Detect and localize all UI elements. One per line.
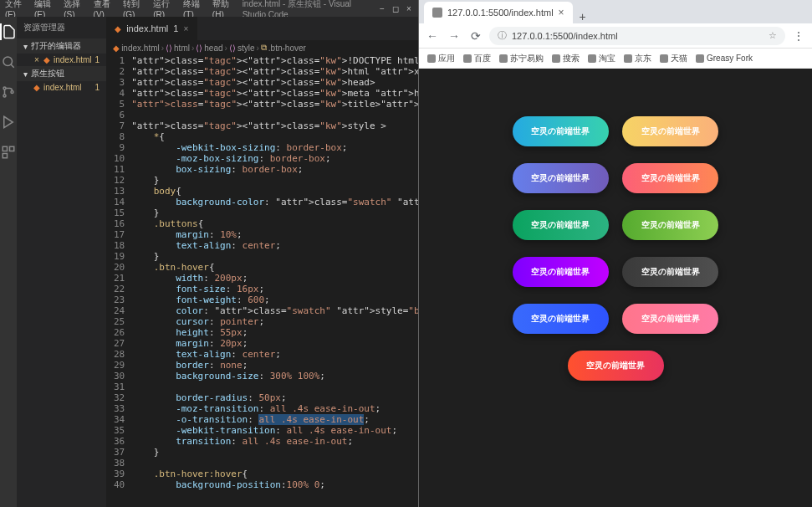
vscode-window: 文件(F) 编辑(E) 选择(S) 查看(V) 转到(G) 运行(R) 终端(T… bbox=[0, 0, 418, 507]
extensions-icon[interactable] bbox=[0, 144, 17, 161]
file-name: index.html bbox=[43, 83, 82, 92]
tab-index-html[interactable]: ◆ index.html 1 × bbox=[106, 17, 197, 40]
demo-button-11[interactable]: 空灵の前端世界 bbox=[568, 351, 664, 381]
menubar: 文件(F) 编辑(E) 选择(S) 查看(V) 转到(G) 运行(R) 终端(T… bbox=[0, 0, 418, 17]
code-area[interactable]: 1234567891011121314151617181920212223242… bbox=[106, 55, 418, 507]
reload-icon[interactable]: ⟳ bbox=[467, 28, 484, 44]
search-icon[interactable] bbox=[0, 54, 17, 70]
bookmark-item[interactable]: 搜索 bbox=[552, 53, 580, 64]
page-content: 空灵の前端世界 空灵の前端世界 空灵の前端世界 空灵の前端世界 空灵の前端世界 … bbox=[419, 69, 812, 507]
git-icon[interactable] bbox=[0, 84, 17, 100]
code-lines[interactable]: "attr">class="tagc"><"attr">class="kw">!… bbox=[131, 55, 418, 507]
html-file-icon: ◆ bbox=[33, 83, 40, 92]
svg-point-2 bbox=[3, 95, 6, 97]
site-icon bbox=[552, 54, 560, 63]
chevron-down-icon: ▾ bbox=[23, 42, 28, 51]
tab-bar: ◆ index.html 1 × bbox=[106, 17, 418, 40]
svg-rect-5 bbox=[10, 146, 14, 151]
site-icon bbox=[696, 54, 704, 63]
menu-icon[interactable]: ⋮ bbox=[790, 28, 807, 44]
bookmark-item[interactable]: Greasy Fork bbox=[696, 54, 753, 63]
tab-modified-badge: 1 bbox=[173, 23, 178, 33]
demo-button-3[interactable]: 空灵の前端世界 bbox=[513, 163, 609, 193]
modified-badge: 1 bbox=[95, 83, 100, 92]
line-numbers: 1234567891011121314151617181920212223242… bbox=[106, 55, 131, 507]
close-tab-icon[interactable]: × bbox=[183, 24, 188, 33]
modified-badge: 1 bbox=[95, 55, 100, 64]
open-editors-section[interactable]: ▾打开的编辑器 bbox=[17, 38, 106, 54]
breadcrumb-head[interactable]: head bbox=[204, 44, 222, 53]
svg-point-1 bbox=[3, 87, 6, 90]
browser-tab[interactable]: 127.0.0.1:5500/index.html × bbox=[424, 2, 573, 23]
browser-window: 127.0.0.1:5500/index.html × + ← → ⟳ ⓘ 12… bbox=[418, 0, 812, 507]
star-icon[interactable]: ☆ bbox=[769, 30, 777, 41]
breadcrumb[interactable]: ◆ index.html› ⟨⟩html› ⟨⟩head› ⟨⟩style› ⧉… bbox=[106, 40, 418, 55]
bookmark-item[interactable]: 京东 bbox=[624, 53, 651, 64]
demo-button-5[interactable]: 空灵の前端世界 bbox=[513, 210, 609, 240]
file-name: index.html bbox=[54, 55, 92, 64]
site-icon bbox=[499, 54, 508, 63]
close-icon[interactable]: × bbox=[405, 4, 413, 13]
tab-label: index.html bbox=[126, 23, 168, 33]
activity-bar bbox=[0, 17, 17, 507]
bookmark-item[interactable]: 苏宁易购 bbox=[499, 53, 544, 64]
class-icon: ⧉ bbox=[261, 43, 267, 53]
open-editor-item[interactable]: × ◆ index.html 1 bbox=[17, 54, 106, 66]
close-icon[interactable]: × bbox=[33, 55, 40, 64]
html-file-icon: ◆ bbox=[113, 44, 120, 53]
chevron-down-icon: ▾ bbox=[23, 69, 28, 79]
forward-icon[interactable]: → bbox=[446, 28, 462, 44]
demo-button-10[interactable]: 空灵の前端世界 bbox=[622, 304, 718, 334]
breadcrumb-style[interactable]: style bbox=[237, 44, 255, 53]
sidebar: 资源管理器 ▾打开的编辑器 × ◆ index.html 1 ▾原生按钮 ◆ i… bbox=[17, 17, 106, 507]
svg-point-3 bbox=[11, 91, 13, 94]
bracket-icon: ⟨⟩ bbox=[196, 44, 202, 53]
demo-button-1[interactable]: 空灵の前端世界 bbox=[513, 116, 609, 146]
site-icon bbox=[624, 54, 632, 63]
back-icon[interactable]: ← bbox=[424, 28, 441, 44]
bracket-icon: ⟨⟩ bbox=[166, 44, 172, 53]
bookmarks-bar: 应用 百度 苏宁易购 搜索 淘宝 京东 天猫 Greasy Fork bbox=[419, 49, 812, 69]
new-tab-button[interactable]: + bbox=[573, 10, 593, 23]
button-grid: 空灵の前端世界 空灵の前端世界 空灵の前端世界 空灵の前端世界 空灵の前端世界 … bbox=[458, 108, 773, 389]
url-text: 127.0.0.1:5500/index.html bbox=[512, 31, 618, 41]
bookmark-item[interactable]: 淘宝 bbox=[588, 53, 615, 64]
minimize-icon[interactable]: − bbox=[378, 4, 386, 13]
demo-button-8[interactable]: 空灵の前端世界 bbox=[622, 257, 718, 287]
apps-icon bbox=[427, 54, 436, 63]
site-icon bbox=[588, 54, 596, 63]
demo-button-2[interactable]: 空灵の前端世界 bbox=[622, 116, 718, 146]
demo-button-7[interactable]: 空灵の前端世界 bbox=[513, 257, 609, 287]
breadcrumb-html[interactable]: html bbox=[174, 44, 190, 53]
close-tab-icon[interactable]: × bbox=[559, 7, 564, 18]
demo-button-9[interactable]: 空灵の前端世界 bbox=[513, 304, 609, 334]
demo-button-6[interactable]: 空灵の前端世界 bbox=[622, 210, 718, 240]
project-file-item[interactable]: ◆ index.html 1 bbox=[17, 81, 106, 94]
explorer-icon[interactable] bbox=[0, 23, 17, 40]
bracket-icon: ⟨⟩ bbox=[229, 44, 236, 53]
address-bar: ← → ⟳ ⓘ 127.0.0.1:5500/index.html ☆ ⋮ bbox=[419, 23, 812, 49]
demo-button-4[interactable]: 空灵の前端世界 bbox=[622, 163, 718, 193]
bookmark-item[interactable]: 百度 bbox=[463, 53, 491, 64]
html-file-icon: ◆ bbox=[43, 55, 50, 64]
favicon-icon bbox=[432, 8, 442, 18]
svg-rect-4 bbox=[3, 146, 7, 151]
breadcrumb-selector[interactable]: .btn-hover bbox=[268, 44, 306, 53]
maximize-icon[interactable]: ◻ bbox=[391, 4, 400, 13]
tab-title: 127.0.0.1:5500/index.html bbox=[447, 8, 554, 18]
html-file-icon: ◆ bbox=[115, 24, 121, 33]
project-section[interactable]: ▾原生按钮 bbox=[17, 66, 106, 81]
svg-point-0 bbox=[3, 57, 13, 66]
apps-button[interactable]: 应用 bbox=[427, 53, 455, 64]
site-icon bbox=[463, 54, 472, 63]
explorer-title: 资源管理器 bbox=[17, 17, 106, 38]
svg-rect-6 bbox=[3, 154, 7, 158]
site-icon bbox=[660, 54, 668, 63]
url-field[interactable]: ⓘ 127.0.0.1:5500/index.html ☆ bbox=[489, 27, 785, 45]
editor: ◆ index.html 1 × ◆ index.html› ⟨⟩html› ⟨… bbox=[106, 17, 418, 507]
bookmark-item[interactable]: 天猫 bbox=[660, 53, 687, 64]
browser-tab-strip: 127.0.0.1:5500/index.html × + bbox=[419, 0, 812, 23]
info-icon: ⓘ bbox=[498, 29, 507, 42]
breadcrumb-file[interactable]: index.html bbox=[121, 44, 160, 53]
debug-icon[interactable] bbox=[0, 114, 17, 131]
